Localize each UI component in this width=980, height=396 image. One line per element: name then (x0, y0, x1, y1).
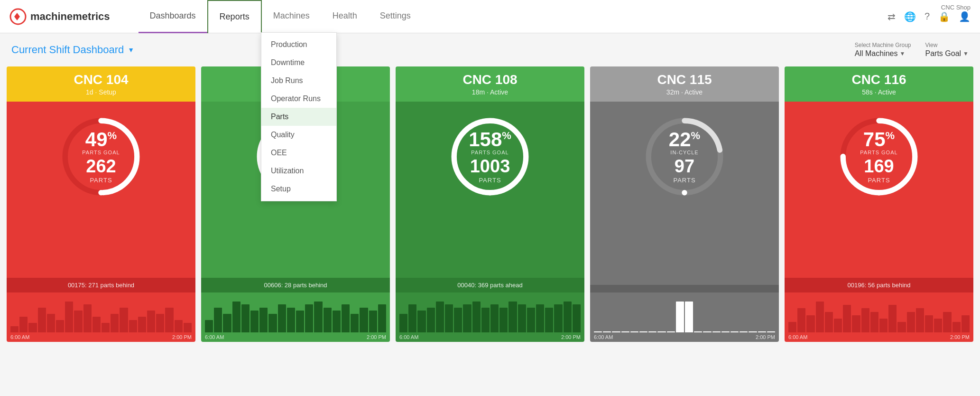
chart-bar (594, 331, 602, 332)
chart-bar (19, 317, 28, 332)
machine-cards: CNC 104 1d · Setup 49% PARTS GOAL 262 PA… (0, 66, 980, 342)
user-icon[interactable]: 👤 (959, 11, 971, 22)
chart-bar (38, 308, 46, 332)
chart-area-cnc104 (7, 292, 195, 332)
dropdown-downtime[interactable]: Downtime (261, 54, 336, 72)
chart-bar (481, 308, 490, 332)
chart-bar (333, 311, 341, 332)
nav-settings[interactable]: Settings (369, 0, 422, 33)
dropdown-operator-runs[interactable]: Operator Runs (261, 90, 336, 108)
chart-bar (740, 331, 748, 332)
logo[interactable]: machinemetrics (9, 8, 110, 25)
gauge-cnc115: 22% IN-CYCLE 97 PARTS (642, 114, 727, 199)
gauge-parts-cnc108: 1003 (469, 156, 511, 177)
chart-bar (175, 320, 183, 332)
chart-footer-cnc116: 6:00 AM 2:00 PM (785, 332, 973, 342)
chart-bar (472, 302, 481, 332)
shop-name: CNC Shop (941, 4, 971, 11)
machine-group-select[interactable]: Select Machine Group All Machines ▼ (855, 42, 911, 58)
nav-reports[interactable]: Reports (207, 0, 262, 33)
chart-bar (545, 308, 553, 332)
chart-bar (648, 331, 656, 332)
chart-bar (268, 314, 277, 332)
chart-bar (603, 331, 611, 332)
view-value[interactable]: Parts Goal ▼ (925, 49, 969, 58)
chart-bar (259, 308, 268, 332)
gauge-center-cnc115: 22% IN-CYCLE 97 PARTS (669, 130, 700, 184)
gauge-label-cnc115: IN-CYCLE (669, 150, 700, 155)
dropdown-quality[interactable]: Quality (261, 126, 336, 144)
view-select[interactable]: View Parts Goal ▼ (925, 42, 969, 58)
chart-bar (499, 308, 508, 332)
machine-card-cnc104: CNC 104 1d · Setup 49% PARTS GOAL 262 PA… (7, 66, 195, 342)
chart-bar (907, 312, 915, 332)
chart-bar (205, 320, 213, 332)
dashboard-title[interactable]: Current Shift Dashboard ▼ (11, 44, 134, 56)
svg-point-3 (98, 190, 103, 195)
svg-point-9 (487, 190, 492, 195)
dropdown-job-runs[interactable]: Job Runs (261, 72, 336, 90)
chart-bar (630, 331, 638, 332)
chart-bar (378, 304, 386, 332)
nav-dashboards[interactable]: Dashboards (139, 0, 207, 33)
gauge-parts-cnc104: 262 (82, 156, 120, 177)
chart-bar (92, 317, 101, 332)
gauge-parts-cnc115: 97 (669, 156, 700, 177)
chart-bars-cnc115 (592, 294, 777, 332)
card-body-cnc104: 49% PARTS GOAL 262 PARTS (7, 102, 195, 278)
card-info-cnc115 (590, 285, 779, 292)
chart-bars-cnc108 (398, 294, 582, 332)
gauge-center-cnc104: 49% PARTS GOAL 262 PARTS (82, 130, 120, 184)
lock-icon[interactable]: 🔒 (938, 11, 950, 22)
nav-machines[interactable]: Machines (262, 0, 321, 33)
sub-header-controls: Select Machine Group All Machines ▼ View… (855, 42, 969, 58)
svg-point-15 (876, 190, 881, 195)
machine-card-cnc116: CNC 116 58s · Active 75% PARTS GOAL 169 … (785, 66, 973, 342)
chart-bar (369, 311, 377, 332)
chart-bar (861, 308, 869, 332)
chart-bar (83, 304, 92, 332)
chart-bar (934, 319, 942, 332)
chart-bar (417, 311, 425, 332)
chart-bar (490, 304, 499, 332)
chart-bar (120, 308, 128, 332)
chart-footer-cnc105: 6:00 AM 2:00 PM (201, 332, 390, 342)
chart-bar (287, 308, 295, 332)
gauge-parts-label-cnc116: PARTS (860, 177, 897, 184)
dropdown-production[interactable]: Production (261, 36, 336, 54)
dropdown-setup[interactable]: Setup (261, 180, 336, 198)
machine-name-cnc108: CNC 108 (403, 72, 577, 87)
chart-bar (518, 304, 526, 332)
chart-bar (314, 302, 322, 332)
chart-bar (223, 314, 231, 332)
chart-bar (712, 331, 721, 332)
chart-start-cnc108: 6:00 AM (399, 334, 418, 340)
chart-start-cnc116: 6:00 AM (788, 334, 807, 340)
gauge-parts-label-cnc104: PARTS (82, 177, 120, 184)
chart-bar (816, 302, 824, 332)
sub-header: Current Shift Dashboard ▼ Select Machine… (0, 33, 980, 66)
globe-icon[interactable]: 🌐 (904, 11, 916, 22)
chart-bar (676, 302, 684, 332)
gauge-center-cnc116: 75% PARTS GOAL 169 PARTS (860, 130, 897, 184)
help-icon[interactable]: ? (925, 11, 930, 22)
machine-group-value[interactable]: All Machines ▼ (855, 49, 911, 58)
chart-bar (870, 312, 878, 332)
chart-bar (250, 311, 259, 332)
gauge-cnc108: 158% PARTS GOAL 1003 PARTS (447, 114, 533, 199)
chart-bar (184, 323, 192, 332)
chart-bar (138, 317, 146, 332)
chart-bar (56, 320, 64, 332)
dropdown-parts[interactable]: Parts (261, 108, 336, 126)
nav-health[interactable]: Health (321, 0, 369, 33)
dropdown-utilization[interactable]: Utilization (261, 162, 336, 180)
chart-bar (621, 331, 629, 332)
reports-dropdown: Production Downtime Job Runs Operator Ru… (261, 32, 337, 201)
machine-name-cnc116: CNC 116 (792, 72, 966, 87)
gauge-label-cnc104: PARTS GOAL (82, 150, 120, 155)
card-header-cnc104: CNC 104 1d · Setup (7, 66, 195, 102)
dropdown-oee[interactable]: OEE (261, 144, 336, 162)
main-nav: Dashboards Reports Machines Health Setti… (139, 0, 888, 33)
chart-bar (156, 314, 164, 332)
shuffle-icon[interactable]: ⇄ (888, 11, 896, 22)
